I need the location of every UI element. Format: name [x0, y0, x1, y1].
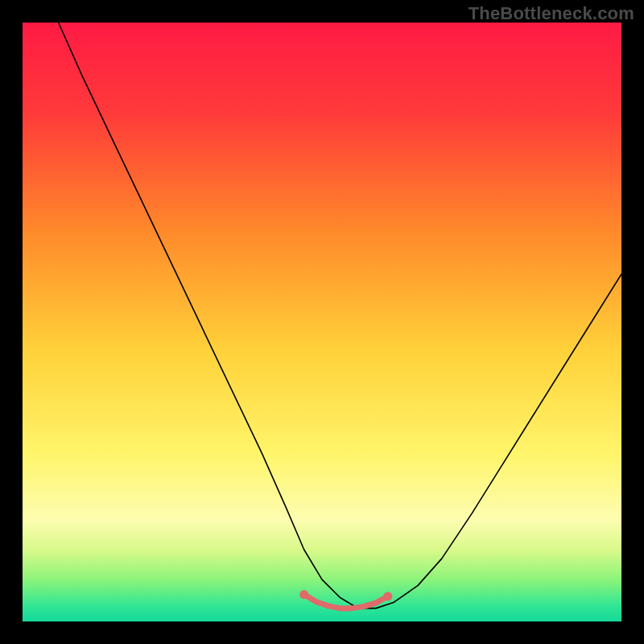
- chart-root: TheBottleneck.com: [0, 0, 644, 644]
- bottleneck-chart: [0, 0, 644, 644]
- watermark-label: TheBottleneck.com: [469, 3, 634, 24]
- chart-background: [23, 23, 621, 621]
- highlight-dot: [299, 590, 308, 599]
- highlight-dot: [383, 592, 392, 601]
